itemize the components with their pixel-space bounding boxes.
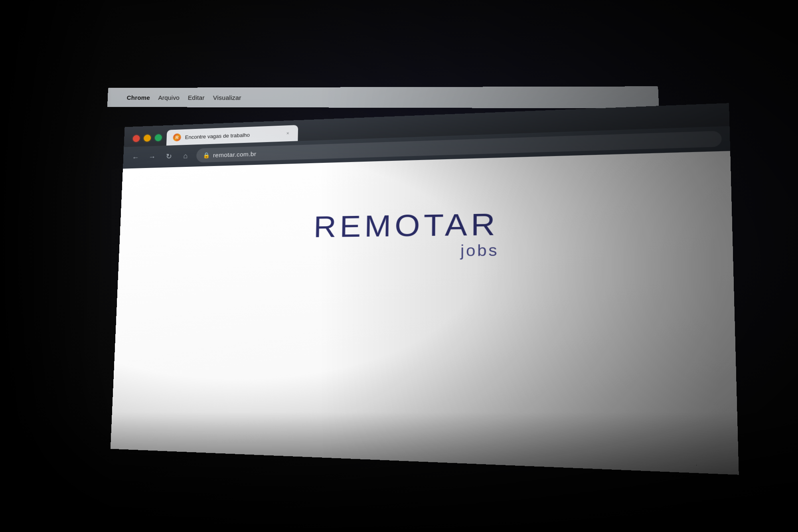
mac-menubar-container: Chrome Arquivo Editar Visualizar (107, 86, 659, 109)
menu-arquivo[interactable]: Arquivo (158, 94, 180, 101)
logo-main-text: REMOTAR (313, 209, 499, 241)
scene: Chrome Arquivo Editar Visualizar R Encon… (0, 0, 798, 532)
url-display: remotar.com.br (213, 150, 257, 158)
reload-button[interactable]: ↻ (162, 150, 175, 162)
tab-title: Encontre vagas de trabalho (185, 132, 250, 140)
menu-chrome[interactable]: Chrome (126, 94, 150, 101)
lock-icon: 🔒 (203, 152, 210, 158)
tab-close-button[interactable]: × (284, 130, 291, 137)
back-button[interactable]: ← (129, 151, 142, 163)
home-button[interactable]: ⌂ (179, 150, 192, 162)
webpage-content: REMOTAR jobs (111, 151, 739, 475)
minimize-button[interactable] (144, 134, 151, 142)
traffic-lights (128, 134, 167, 147)
logo-sub-text: jobs (460, 241, 499, 260)
mac-menubar: Chrome Arquivo Editar Visualizar (107, 86, 659, 109)
tab-favicon: R (173, 133, 181, 141)
browser-window: R Encontre vagas de trabalho × ← → ↻ ⌂ 🔒 (111, 103, 739, 475)
vignette-left (0, 0, 112, 532)
logo-main-label: REMOTAR (313, 207, 499, 243)
maximize-button[interactable] (155, 134, 162, 141)
close-button[interactable] (132, 135, 140, 142)
menu-visualizar[interactable]: Visualizar (213, 94, 241, 101)
forward-button[interactable]: → (146, 151, 158, 163)
site-logo: REMOTAR jobs (313, 209, 499, 261)
menu-editar[interactable]: Editar (188, 94, 205, 101)
